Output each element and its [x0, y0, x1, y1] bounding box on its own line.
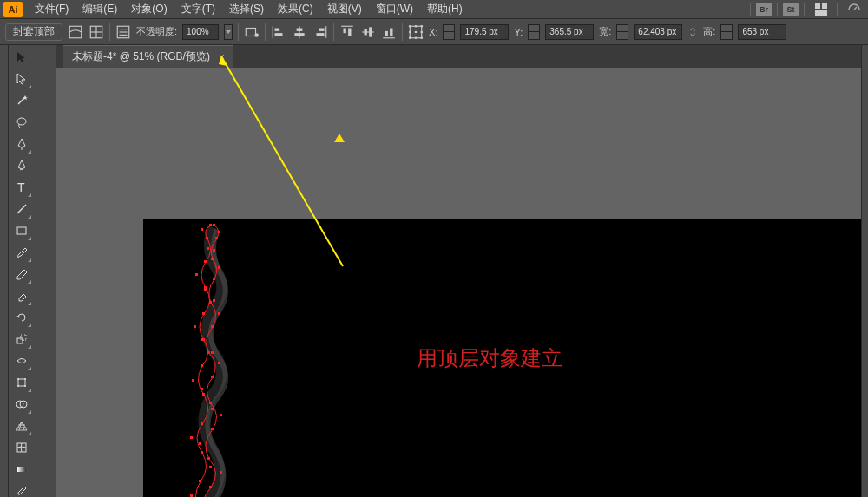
align-left-icon[interactable]: [271, 24, 286, 40]
rectangle-tool[interactable]: [10, 220, 32, 241]
eyedropper-tool[interactable]: [10, 481, 32, 497]
separator: [837, 3, 838, 16]
w-label: 宽:: [599, 25, 611, 38]
svg-point-36: [409, 30, 411, 33]
magic-wand-tool[interactable]: [10, 90, 32, 111]
gpu-icon[interactable]: [843, 0, 865, 20]
arrange-docs-icon[interactable]: [810, 0, 832, 20]
menu-window[interactable]: 窗口(W): [369, 0, 420, 18]
menu-select[interactable]: 选择(S): [222, 0, 271, 18]
envelope-warp-icon[interactable]: [68, 24, 83, 40]
width-tool[interactable]: [10, 350, 32, 371]
mesh-tool[interactable]: [10, 437, 32, 458]
svg-rect-46: [17, 227, 26, 234]
svg-rect-85: [209, 402, 212, 404]
menu-edit[interactable]: 编辑(E): [76, 0, 124, 18]
gradient-tool[interactable]: [10, 459, 32, 480]
style-panel-icon[interactable]: [115, 24, 131, 40]
perspective-grid-tool[interactable]: [10, 415, 32, 436]
eraser-tool[interactable]: [10, 285, 32, 306]
svg-rect-86: [220, 414, 222, 416]
x-input[interactable]: [460, 24, 509, 40]
lasso-tool[interactable]: [10, 112, 32, 133]
shape-builder-tool[interactable]: [10, 394, 32, 415]
shaper-tool[interactable]: [10, 264, 32, 284]
w-input[interactable]: [634, 24, 682, 40]
svg-rect-16: [275, 33, 283, 36]
svg-rect-71: [215, 237, 218, 239]
selection-tool[interactable]: [10, 47, 32, 68]
pen-tool[interactable]: [10, 134, 32, 154]
opacity-input[interactable]: [182, 24, 219, 40]
opacity-dropdown[interactable]: [224, 24, 233, 40]
svg-line-45: [17, 205, 26, 213]
svg-rect-104: [202, 393, 205, 396]
menu-view[interactable]: 视图(V): [320, 0, 369, 18]
scale-tool[interactable]: [10, 329, 32, 350]
annotation-text: 用顶层对象建立: [417, 344, 562, 372]
svg-rect-84: [201, 388, 203, 390]
svg-rect-22: [317, 33, 325, 36]
y-spinner[interactable]: [528, 24, 540, 40]
recolor-icon[interactable]: [244, 24, 260, 40]
stock-icon[interactable]: St: [783, 3, 799, 16]
svg-rect-28: [369, 27, 372, 36]
menu-effect[interactable]: 效果(C): [271, 0, 320, 18]
type-tool[interactable]: T: [10, 177, 32, 198]
direct-selection-tool[interactable]: [10, 69, 32, 89]
w-spinner[interactable]: [616, 24, 628, 40]
menu-help[interactable]: 帮助(H): [420, 0, 470, 18]
rotate-tool[interactable]: [10, 307, 32, 328]
svg-point-41: [420, 36, 423, 39]
align-right-icon[interactable]: [312, 24, 328, 40]
tool-mode-label[interactable]: 封套顶部: [5, 23, 62, 41]
align-bottom-icon[interactable]: [381, 24, 397, 40]
close-tab-icon[interactable]: ×: [219, 51, 225, 63]
ruler-tab-icon[interactable]: [0, 45, 9, 497]
align-top-icon[interactable]: [339, 24, 355, 40]
menu-file[interactable]: 文件(F): [28, 0, 76, 18]
transform-ref-icon[interactable]: [408, 24, 424, 40]
menu-type[interactable]: 文字(T): [174, 0, 222, 18]
svg-rect-47: [17, 338, 23, 343]
svg-rect-19: [294, 33, 304, 36]
x-spinner[interactable]: [443, 24, 455, 40]
link-wh-icon[interactable]: [687, 26, 698, 38]
align-hcenter-icon[interactable]: [292, 24, 307, 40]
svg-rect-21: [319, 28, 325, 30]
svg-rect-91: [209, 486, 212, 488]
curvature-tool[interactable]: [10, 155, 32, 176]
tool-panel: T ⇄: [9, 45, 56, 497]
free-transform-tool[interactable]: [10, 372, 32, 393]
envelope-mesh-icon[interactable]: [89, 24, 104, 40]
align-vcenter-icon[interactable]: [360, 24, 376, 40]
svg-rect-90: [220, 471, 222, 474]
svg-point-53: [24, 385, 26, 387]
svg-rect-31: [390, 28, 392, 36]
x-label: X:: [429, 27, 437, 37]
app-logo: Ai: [3, 2, 23, 17]
h-input[interactable]: [738, 24, 786, 40]
bridge-icon[interactable]: Br: [756, 3, 772, 16]
svg-rect-103: [211, 408, 214, 410]
svg-rect-113: [195, 273, 198, 276]
svg-point-35: [420, 24, 423, 27]
selected-path[interactable]: [187, 223, 247, 497]
svg-rect-70: [218, 231, 220, 233]
line-tool[interactable]: [10, 199, 32, 219]
svg-rect-106: [201, 364, 203, 367]
svg-rect-69: [213, 224, 215, 226]
svg-rect-81: [207, 351, 210, 354]
svg-rect-25: [348, 28, 351, 36]
y-input[interactable]: [545, 24, 594, 40]
h-spinner[interactable]: [720, 24, 733, 40]
menu-object[interactable]: 对象(O): [124, 0, 174, 18]
svg-rect-87: [211, 428, 214, 430]
paintbrush-tool[interactable]: [10, 242, 32, 263]
panel-dock[interactable]: [861, 45, 868, 497]
document-tab[interactable]: 未标题-4* @ 51% (RGB/预览) ×: [63, 45, 233, 68]
svg-rect-98: [199, 480, 201, 482]
svg-rect-74: [218, 266, 220, 269]
svg-rect-57: [17, 467, 26, 472]
svg-rect-12: [246, 28, 255, 36]
